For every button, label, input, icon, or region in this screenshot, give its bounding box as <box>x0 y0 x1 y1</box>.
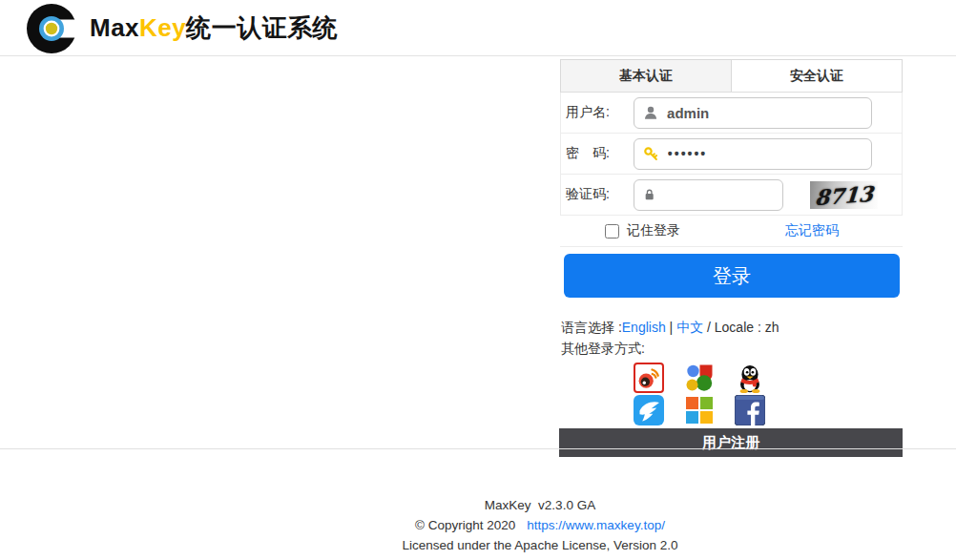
language-english-link[interactable]: English <box>622 320 666 335</box>
password-row: 密 码: <box>561 134 902 175</box>
username-label: 用户名: <box>566 104 634 121</box>
remember-row: 记住登录 忘记密码 <box>560 216 903 247</box>
brand-suffix: 统一认证系统 <box>186 11 338 45</box>
other-login-title: 其他登录方式: <box>560 341 903 358</box>
username-input-box <box>634 97 872 129</box>
content-divider <box>0 448 956 449</box>
google-icon[interactable] <box>684 363 715 393</box>
footer-license: Licensed under the Apache License, Versi… <box>124 535 956 555</box>
login-panel: 基本认证 安全认证 用户名: 密 码: <box>560 59 903 457</box>
facebook-icon[interactable] <box>735 395 765 425</box>
tab-basic-auth[interactable]: 基本认证 <box>561 60 732 92</box>
language-selector: 语言选择 :English | 中文 / Locale : zh <box>560 320 903 337</box>
brand-key: Key <box>139 13 186 43</box>
login-button[interactable]: 登录 <box>564 254 900 298</box>
user-register-button[interactable]: 用户注册 <box>559 428 903 457</box>
captcha-label: 验证码: <box>566 186 634 203</box>
qq-icon[interactable] <box>735 363 765 393</box>
username-input[interactable] <box>667 105 862 121</box>
maxkey-logo-icon <box>26 3 77 54</box>
microsoft-icon[interactable] <box>684 395 715 425</box>
tab-secure-auth[interactable]: 安全认证 <box>732 60 902 92</box>
footer: MaxKey v2.3.0 GA © Copyright 2020https:/… <box>0 495 956 555</box>
header: MaxKey统一认证系统 <box>0 0 956 56</box>
username-row: 用户名: <box>561 93 902 134</box>
user-icon <box>643 104 658 121</box>
language-prefix: 语言选择 : <box>561 320 622 335</box>
language-separator: | <box>666 320 676 335</box>
lock-icon <box>643 187 655 202</box>
social-login-grid <box>634 363 765 425</box>
dingtalk-icon[interactable] <box>634 395 664 425</box>
remember-checkbox[interactable] <box>605 224 619 239</box>
captcha-input[interactable] <box>664 187 774 203</box>
captcha-row: 验证码: 8713 <box>561 175 902 216</box>
footer-copyright-line: © Copyright 2020https://www.maxkey.top/ <box>124 515 956 535</box>
locale-suffix: / Locale : zh <box>703 320 779 335</box>
key-icon <box>643 145 659 163</box>
password-input-box <box>634 138 872 170</box>
captcha-image[interactable]: 8713 <box>810 181 878 209</box>
password-input[interactable] <box>668 146 862 161</box>
password-label: 密 码: <box>566 145 634 162</box>
forgot-password-link[interactable]: 忘记密码 <box>785 222 839 239</box>
page-title: MaxKey统一认证系统 <box>90 0 338 56</box>
footer-version: MaxKey v2.3.0 GA <box>124 495 956 515</box>
brand-max: Max <box>90 13 139 43</box>
remember-label: 记住登录 <box>627 222 680 239</box>
footer-copyright: © Copyright 2020 <box>415 518 515 532</box>
login-form: 用户名: 密 码: 验证码: <box>560 93 903 216</box>
weibo-icon[interactable] <box>634 363 664 393</box>
language-chinese-link[interactable]: 中文 <box>676 320 703 335</box>
auth-tabs: 基本认证 安全认证 <box>560 59 903 93</box>
footer-maxkey-link[interactable]: https://www.maxkey.top/ <box>527 518 665 532</box>
captcha-input-box <box>634 179 783 211</box>
captcha-image-text: 8713 <box>814 180 874 209</box>
